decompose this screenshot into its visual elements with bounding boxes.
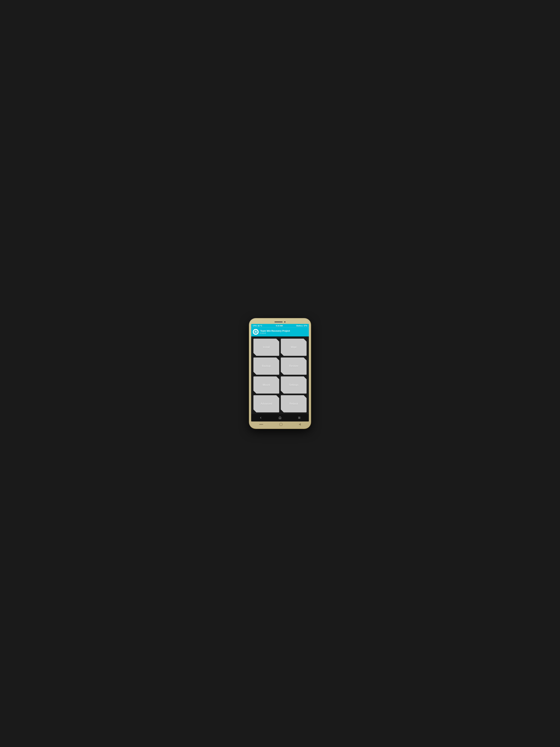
home-nav-icon (278, 416, 282, 419)
cpu-status: CPU: 32 °C (253, 325, 262, 327)
phone-top-bar (251, 320, 309, 324)
menu-nav-button[interactable] (295, 416, 304, 420)
restore-button[interactable]: Restore (281, 357, 306, 375)
menu-nav-icon (298, 416, 301, 419)
twrp-logo-icon (254, 330, 258, 334)
home-nav-button[interactable] (275, 416, 285, 420)
speaker-slot (274, 321, 283, 323)
time-status: 9:16 AM (276, 325, 283, 327)
nav-bar (251, 414, 309, 421)
bottom-home-btn (279, 423, 283, 426)
header: Team Win Recovery Project 3.3.0-0 (251, 328, 309, 336)
twrp-logo (253, 329, 259, 335)
header-text: Team Win Recovery Project 3.3.0-0 (260, 330, 290, 334)
status-bar: CPU: 32 °C 9:16 AM Battery: 37% (251, 324, 309, 328)
phone-screen: CPU: 32 °C 9:16 AM Battery: 37% Team Win… (251, 324, 309, 421)
buttons-grid: Install Wipe Backup Restore Mount Settin… (254, 339, 306, 412)
install-button[interactable]: Install (254, 339, 279, 356)
advanced-button[interactable]: Advanced (254, 395, 279, 412)
bottom-back-btn (299, 423, 301, 426)
wipe-button[interactable]: Wipe (281, 339, 306, 356)
bottom-menu-btn (259, 424, 263, 425)
phone-bottom (251, 421, 309, 427)
header-title: Team Win Recovery Project (260, 330, 290, 332)
header-version: 3.3.0-0 (260, 332, 290, 334)
settings-button[interactable]: Settings (281, 377, 306, 394)
back-nav-button[interactable] (256, 416, 265, 420)
battery-status: Battery: 37% (296, 325, 307, 327)
main-content: Install Wipe Backup Restore Mount Settin… (251, 336, 309, 414)
camera-dot (284, 321, 286, 323)
back-nav-icon (259, 416, 262, 419)
mount-button[interactable]: Mount (254, 377, 279, 394)
reboot-button[interactable]: Reboot (281, 395, 306, 412)
phone-frame: CPU: 32 °C 9:16 AM Battery: 37% Team Win… (249, 318, 311, 429)
backup-button[interactable]: Backup (254, 357, 279, 375)
